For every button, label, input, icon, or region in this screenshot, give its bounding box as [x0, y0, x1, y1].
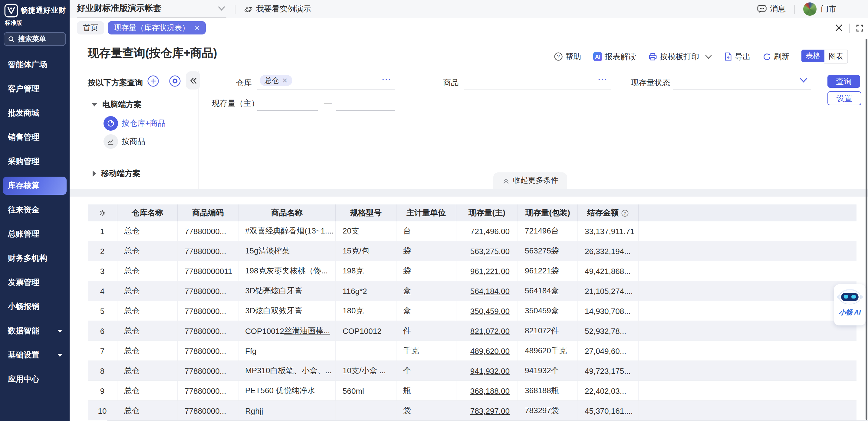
- vertical-scrollbar[interactable]: [866, 39, 867, 420]
- col-amount[interactable]: 结存金额 ?: [578, 204, 639, 221]
- table-row[interactable]: 4总仓77880000...3D钻亮炫白牙膏116g*2盒564,184.005…: [88, 281, 857, 301]
- cell-qty-main: 961,221.00: [456, 261, 518, 281]
- sidebar-item[interactable]: 采购管理: [0, 150, 70, 173]
- col-qty-pack[interactable]: 现存量(包装): [518, 204, 578, 221]
- sidebar-item[interactable]: 智能体广场: [0, 53, 70, 77]
- sidebar-search[interactable]: 搜索菜单: [4, 32, 66, 46]
- qty-max-input[interactable]: [336, 93, 395, 111]
- ai-report-button[interactable]: AI 报表解读: [593, 51, 636, 62]
- qty-main-link[interactable]: 489,620.00: [470, 346, 510, 355]
- cell-code: 77880000...: [178, 341, 239, 360]
- warehouse-field[interactable]: 总仓 ✕ ···: [257, 73, 395, 90]
- sidebar-item[interactable]: 销售管理: [0, 125, 70, 150]
- cell-filler: [639, 341, 857, 360]
- qty-min-input[interactable]: [257, 93, 318, 111]
- qty-main-link[interactable]: 368,188.00: [470, 386, 510, 395]
- table-row[interactable]: 1总仓77880000...#双喜经典醇香烟(13~1....20支台721,4…: [88, 221, 857, 241]
- qty-main-link[interactable]: 564,184.00: [470, 286, 510, 295]
- table-row[interactable]: 7总仓77880000...Ffg千克489,620.00489620千克27,…: [88, 341, 857, 360]
- avatar[interactable]: [803, 2, 816, 16]
- table-row[interactable]: 10总仓77880000...Rghjj袋783,297.00783297袋45…: [88, 400, 857, 420]
- sidebar-item[interactable]: 往来资金: [0, 198, 70, 222]
- tree-item-by-product[interactable]: 按商品: [103, 134, 145, 149]
- user-name[interactable]: 门市: [821, 4, 837, 14]
- tabbar: 首页 现存量（库存状况表） ✕: [70, 18, 868, 37]
- view-table-button[interactable]: 表格: [801, 50, 825, 62]
- collapse-panel-button[interactable]: [186, 71, 200, 90]
- tab-home[interactable]: 首页: [77, 21, 104, 34]
- sidebar-item[interactable]: 发票管理: [0, 270, 70, 295]
- cell-qty-pack: 368188瓶: [518, 381, 578, 400]
- col-warehouse[interactable]: 仓库名称: [117, 204, 178, 221]
- settings-button[interactable]: 设置: [828, 91, 861, 105]
- status-select[interactable]: [673, 73, 811, 90]
- sidebar-item[interactable]: 批发商城: [0, 101, 70, 125]
- col-code[interactable]: 商品编码: [178, 204, 239, 221]
- column-settings-button[interactable]: [88, 204, 117, 221]
- tab-stock-report[interactable]: 现存量（库存状况表） ✕: [108, 21, 206, 34]
- col-spec[interactable]: 规格型号: [336, 204, 397, 221]
- cell-filler: [639, 221, 857, 241]
- col-unit[interactable]: 主计量单位: [397, 204, 456, 221]
- scheme-settings-button[interactable]: [169, 75, 181, 87]
- messages-button[interactable]: 消息: [757, 4, 786, 14]
- tree-group-pc-label: 电脑端方案: [102, 99, 142, 110]
- product-field[interactable]: ···: [464, 73, 611, 90]
- sidebar-item[interactable]: 数据智能: [0, 319, 70, 343]
- cell-spec: 10支/小盒 ...: [336, 361, 397, 381]
- stock-table: 仓库名称 商品编码 商品名称 规格型号 主计量单位 现存量(主) 现存量(包装)…: [88, 204, 857, 421]
- sidebar-item[interactable]: 客户管理: [0, 77, 70, 101]
- tag-close-icon[interactable]: ✕: [282, 76, 287, 85]
- cell-code: 77880000...: [178, 301, 239, 321]
- sidebar-item[interactable]: 基础设置: [0, 343, 70, 367]
- qty-main-link[interactable]: 941,932.00: [470, 366, 510, 375]
- qty-main-link[interactable]: 721,496.00: [470, 227, 510, 236]
- warehouse-more-icon[interactable]: ···: [382, 75, 392, 84]
- tree-group-pc[interactable]: 电脑端方案: [91, 99, 142, 110]
- print-button[interactable]: 按模板打印: [648, 51, 699, 62]
- sidebar-item[interactable]: 库存核算: [3, 176, 67, 195]
- export-button[interactable]: 导出: [724, 51, 751, 62]
- view-chart-button[interactable]: 图表: [825, 50, 848, 64]
- table-row[interactable]: 5总仓77880000...3D炫白双效牙膏180克盒350,459.00350…: [88, 301, 857, 321]
- tab-stock-report-label: 现存量（库存状况表）: [114, 23, 189, 33]
- table-row[interactable]: 8总仓77880000...MP310白板笔、小盒、...10支/小盒 ...个…: [88, 360, 857, 381]
- tab-close-icon[interactable]: ✕: [194, 24, 200, 32]
- search-button[interactable]: 查询: [828, 75, 860, 88]
- collapsed-arrow-icon: [93, 170, 96, 176]
- refresh-button[interactable]: 刷新: [763, 51, 789, 62]
- cell-code: 77880000011: [178, 261, 239, 281]
- table-row[interactable]: 3总仓77880000011198克灰枣夹核桃（馋...198克袋961,221…: [88, 261, 857, 281]
- sidebar-item[interactable]: 应用中心: [0, 367, 70, 391]
- qty-main-link[interactable]: 563,275.00: [470, 247, 510, 256]
- refresh-label: 刷新: [774, 51, 789, 62]
- table-row[interactable]: 6总仓77880000...COP10012 丝滑油画棒...COP10012件…: [88, 321, 857, 341]
- ai-assistant-widget[interactable]: 小畅 AI: [834, 284, 866, 325]
- cell-warehouse: 总仓: [117, 301, 178, 321]
- sidebar-item-label: 库存核算: [8, 180, 39, 191]
- qty-main-link[interactable]: 821,072.00: [470, 326, 510, 335]
- print-dropdown[interactable]: [705, 54, 712, 59]
- qty-main-link[interactable]: 350,459.00: [470, 306, 510, 316]
- sidebar-item[interactable]: 总账管理: [0, 222, 70, 246]
- cell-name: MP310白板笔、小盒、...: [239, 361, 336, 381]
- fullscreen-icon[interactable]: [856, 24, 864, 32]
- product-more-icon[interactable]: ···: [598, 75, 608, 84]
- qty-main-link[interactable]: 783,297.00: [470, 406, 510, 415]
- collapse-conditions-button[interactable]: 收起更多条件: [493, 172, 567, 189]
- qty-main-link[interactable]: 961,221.00: [470, 266, 510, 276]
- col-qty-main[interactable]: 现存量(主): [456, 204, 518, 221]
- tree-group-mobile[interactable]: 移动端方案: [93, 168, 141, 179]
- close-icon[interactable]: [835, 24, 843, 32]
- table-row[interactable]: 2总仓77880000...15g清淡榨菜15克/包袋563,275.00563…: [88, 241, 857, 261]
- add-scheme-button[interactable]: [147, 75, 159, 87]
- sidebar-item[interactable]: 财务多机构: [0, 246, 70, 270]
- page-toolbar: ? 帮助 AI 报表解读 按模板打印: [554, 50, 848, 64]
- table-row[interactable]: 9总仓77880000...PET560 优悦纯净水560ml瓶368,188.…: [88, 381, 857, 400]
- help-button[interactable]: ? 帮助: [554, 51, 581, 62]
- account-selector[interactable]: 好业财标准版演示帐套: [77, 1, 226, 17]
- tree-item-by-warehouse-product[interactable]: 按仓库+商品: [103, 116, 165, 131]
- col-name[interactable]: 商品名称: [239, 204, 336, 221]
- demo-link[interactable]: 我要看实例演示: [244, 4, 311, 14]
- sidebar-item[interactable]: 小畅报销: [0, 295, 70, 319]
